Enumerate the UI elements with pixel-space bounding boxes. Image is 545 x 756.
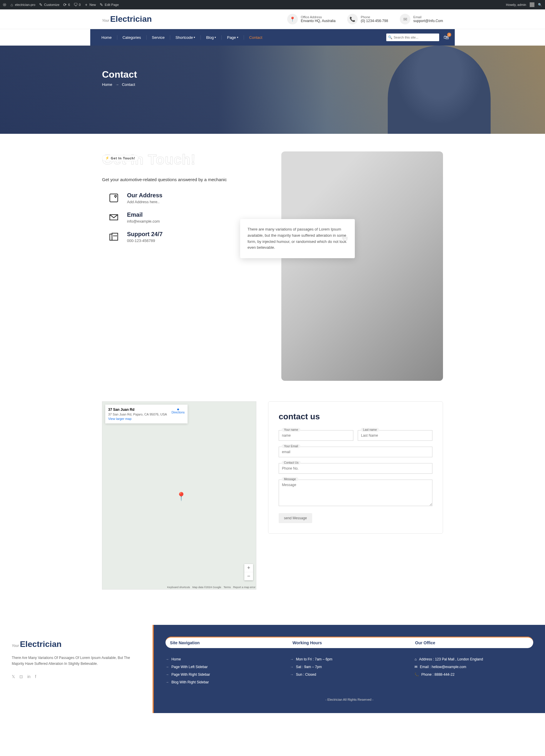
testimonial-quote: There are many variations of passages of… [240, 219, 355, 258]
map-zoom: + − [244, 564, 253, 580]
feature-image: There are many variations of passages of… [281, 151, 443, 381]
linkedin-icon[interactable]: in [27, 674, 31, 679]
quote-icon: ❞ [341, 231, 349, 254]
search-icon: 🔍 [388, 35, 392, 39]
map-pin-icon: 📍 [176, 492, 186, 501]
svg-point-5 [114, 236, 114, 236]
nav-home[interactable]: Home [101, 35, 112, 40]
section-title: Get In Touch! ⚡Get In Touch! [102, 151, 264, 168]
breadcrumb-separator: → [115, 82, 119, 87]
footer-link[interactable]: →Page With Right Sidebar [166, 671, 284, 678]
zoom-in-button[interactable]: + [244, 564, 253, 572]
comment-icon: 🗨 [74, 3, 78, 7]
home-icon: ⌂ [10, 3, 14, 7]
main-nav: Home Categories Service Shortcode▾ Blog▾… [90, 29, 455, 46]
twitter-icon[interactable]: 𝕏 [12, 674, 15, 679]
mail-icon: ✉ [414, 665, 417, 669]
mail-icon [108, 211, 120, 223]
admin-updates[interactable]: ⟳6 [63, 3, 70, 7]
google-map[interactable]: 37 San Juan Rd 37 San Juan Rd, Pajaro, C… [102, 401, 256, 590]
footer-description: There Are Many Variations Of Passages Of… [12, 655, 141, 667]
zoom-out-button[interactable]: − [244, 572, 253, 580]
brush-icon: ✎ [39, 3, 43, 7]
location-icon: 📍 [287, 14, 298, 24]
phone-icon: 📞 [414, 672, 419, 677]
refresh-icon: ⟳ [63, 3, 67, 7]
send-button[interactable]: send Message [279, 513, 312, 523]
nav-contact[interactable]: Contact [249, 35, 263, 40]
chevron-down-icon: ▾ [215, 36, 216, 39]
logo-prefix: Your [102, 19, 109, 23]
search-input[interactable] [392, 34, 437, 40]
search-box: 🔍 [386, 34, 439, 41]
map-view-larger[interactable]: View larger map [108, 417, 131, 420]
site-logo[interactable]: Your Electrician [102, 14, 152, 24]
admin-customize[interactable]: ✎Customize [39, 3, 59, 7]
page-hero: Contact Home → Contact [0, 46, 545, 134]
svg-point-7 [116, 236, 117, 236]
footer-nav-list: →Home →Page With Left Sidebar →Page With… [166, 655, 284, 686]
breadcrumb-current: Contact [122, 82, 135, 87]
admin-howdy[interactable]: Howdy, admin [506, 3, 526, 6]
cart-button[interactable]: 🛍2 [444, 34, 449, 41]
admin-search-icon[interactable]: 🔍 [538, 3, 542, 7]
facebook-icon[interactable]: f [35, 674, 36, 679]
svg-point-1 [115, 195, 116, 197]
admin-comments[interactable]: 🗨0 [74, 3, 81, 7]
map-credits: Keyboard shortcutsMap data ©2024 GoogleT… [167, 586, 256, 589]
map-info-card: 37 San Juan Rd 37 San Juan Rd, Pajaro, C… [105, 405, 188, 423]
copyright: - Electrician All Rights Reserved - [166, 698, 533, 701]
nav-categories[interactable]: Categories [123, 35, 141, 40]
address-icon [108, 192, 120, 204]
phone-input[interactable] [279, 463, 432, 474]
admin-edit-page[interactable]: ✎Edit Page [99, 3, 119, 7]
nav-service[interactable]: Service [152, 35, 165, 40]
svg-rect-4 [112, 233, 118, 240]
contact-form: contact us Your name Last name Your Emai… [268, 401, 443, 534]
bolt-icon: ⚡ [105, 156, 110, 160]
email-icon: ✉ [400, 14, 410, 24]
admin-site-link[interactable]: ⌂electrician-pro [10, 3, 35, 7]
chevron-down-icon: ▾ [194, 36, 195, 39]
footer-link[interactable]: →Page With Left Sidebar [166, 663, 284, 671]
header-phone: 📞 Phone(0) 1234-456-798 [347, 14, 388, 24]
nav-page[interactable]: Page▾ [227, 35, 238, 40]
phone-icon: 📞 [347, 14, 358, 24]
info-address: Our AddressAdd Address here.. [108, 192, 264, 204]
plus-icon: + [84, 3, 88, 7]
footer-office-list: ⌂Address : 123 Pal Mall , London England… [414, 655, 533, 686]
avatar[interactable] [530, 2, 534, 7]
footer-link[interactable]: →Blog With Right Sidebar [166, 678, 284, 686]
footer-logo[interactable]: Your Electrician [12, 640, 141, 649]
cart-badge: 2 [447, 33, 451, 37]
header-office: 📍 Office AddressEnvanto HQ, Australia [287, 14, 335, 24]
message-textarea[interactable] [279, 480, 432, 506]
section-subtitle: Get your automotive-related questions an… [102, 176, 264, 183]
pencil-icon: ✎ [99, 3, 104, 7]
breadcrumb-home[interactable]: Home [102, 82, 112, 87]
name-input[interactable] [279, 430, 353, 441]
footer-link[interactable]: →Home [166, 655, 284, 663]
admin-new[interactable]: +New [84, 3, 96, 7]
section-badge: ⚡Get In Touch! [102, 155, 139, 161]
nav-shortcode[interactable]: Shortcode▾ [176, 35, 195, 40]
svg-point-6 [115, 236, 116, 236]
form-title: contact us [279, 412, 432, 421]
chevron-down-icon: ▾ [237, 36, 239, 39]
fax-icon [108, 231, 120, 243]
logo-text: Electrician [110, 14, 152, 24]
footer-headers: Site Navigation Working Hours Our Office [166, 637, 533, 648]
wp-admin-bar: ⓦ ⌂electrician-pro ✎Customize ⟳6 🗨0 +New… [0, 0, 545, 9]
lastname-input[interactable] [358, 430, 432, 441]
home-icon: ⌂ [414, 657, 416, 661]
site-footer: Your Electrician There Are Many Variatio… [0, 625, 545, 713]
nav-blog[interactable]: Blog▾ [206, 35, 216, 40]
map-directions[interactable]: ◆Directions [172, 408, 185, 414]
header-email: ✉ Emailsupport@Info.Com [400, 14, 443, 24]
svg-rect-0 [110, 194, 118, 202]
top-header: Your Electrician 📍 Office AddressEnvanto… [0, 9, 545, 29]
wp-logo-icon[interactable]: ⓦ [3, 3, 6, 7]
footer-hours-list: →Mon to Fri : 7am – 6pm →Sat : 9am – 7pm… [290, 655, 409, 686]
instagram-icon[interactable]: ⊡ [19, 674, 23, 679]
email-input[interactable] [279, 447, 432, 457]
